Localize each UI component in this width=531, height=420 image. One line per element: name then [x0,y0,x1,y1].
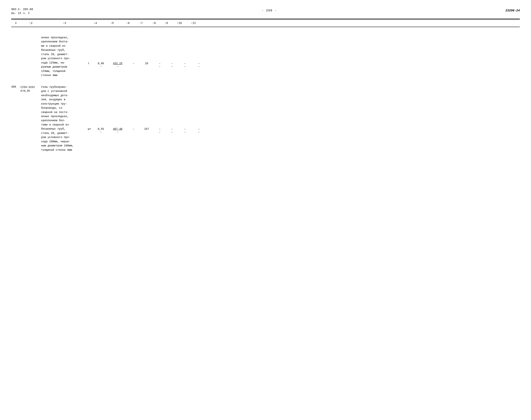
cell-col11-sub: – [192,131,205,134]
cell-col6: – [127,62,140,65]
header-left: 903-I- 265-88 Ан. 2I ч. I [11,7,33,15]
row-description: янных прокладках, креплением болта- ми и… [41,35,88,77]
cell-col9-sub: – [166,131,177,134]
header-line1: 903-I- 265-88 [11,7,33,11]
table-row: 406 CI59-3333 К=0,95 Узлы трубопрово- до… [11,82,520,153]
cell-col10-sub: – [177,65,192,68]
cell-col9: – [166,128,177,131]
header-right: 23296-24 [505,9,520,12]
row-code: CI59-3333 К=0,95 [21,85,41,93]
col-header-7: :7 [135,22,148,25]
top-divider [11,19,520,19]
col-header-5: :5 [103,22,121,25]
cell-col5: 467,40 [108,128,127,131]
row-unit: шт [88,128,93,131]
row-description: Узлы трубопрово- дов с установкой необхо… [41,85,88,152]
cell-col9: – [166,62,177,65]
cell-col8: – [153,128,166,131]
header-center: - 208 - [262,9,277,12]
col-header-4: :4 [88,22,103,25]
col-header-9: :9 [161,22,172,25]
table-row: янных прокладках, креплением болта- ми и… [11,33,520,78]
cell-col10: – [177,62,192,65]
cell-col10-sub: – [177,131,192,134]
cell-col11: – [192,128,205,131]
row-unit: т [88,62,93,65]
cell-col5-sub: – [108,131,127,134]
cell-col11-sub: – [192,65,205,68]
cell-col4-sub: – [93,65,108,68]
cell-col5: 432,25 [108,62,127,65]
cell-col8: – [153,62,166,65]
cell-col10: – [177,128,192,131]
cell-col7: 257 [140,128,153,131]
cell-col8-sub: – [153,131,166,134]
cell-col11: – [192,62,205,65]
cell-col6: – [127,128,140,131]
cell-col4: 0,06 [93,62,108,65]
col-header-2: :2 [21,22,41,25]
cell-col7: 26 [140,62,153,65]
col-header-6: :6 [121,22,135,25]
col-header-3: :3 [41,22,88,25]
column-headers: I :2 :3 :4 :5 :6 :7 :8 :9 :IO :II [11,20,520,27]
col-header-8: :8 [148,22,161,25]
cell-col4-sub: – [93,131,108,134]
col-header-10: :IO [172,22,187,25]
header-line2: Ан. 2I ч. I [11,11,33,15]
row-number: 406 [11,85,21,88]
cell-col8-sub: – [153,65,166,68]
cell-col4: 0,55 [93,128,108,131]
cell-col9-sub: – [166,65,177,68]
cell-col5-sub: – [108,65,127,68]
col-header-1: I [11,22,21,25]
page-header: 903-I- 265-88 Ан. 2I ч. I - 208 - 23296-… [11,7,520,17]
col-header-11: :II [187,22,200,25]
